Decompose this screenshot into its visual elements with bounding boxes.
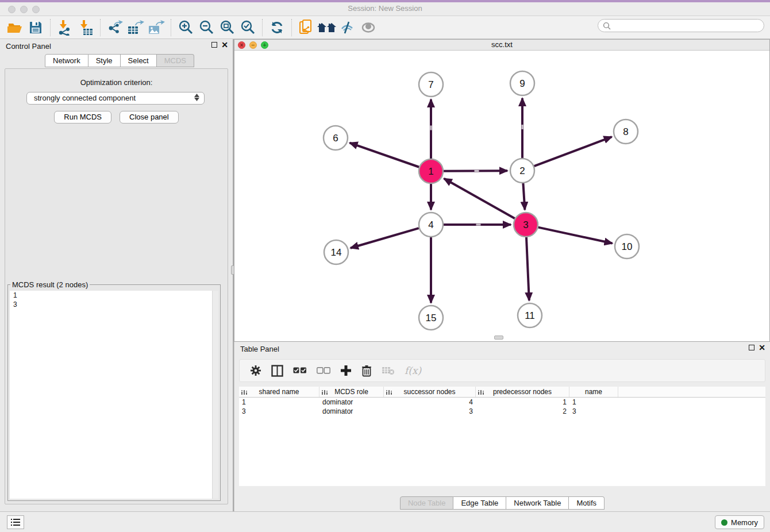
export-image-button[interactable]: [146, 18, 167, 37]
table-cell[interactable]: 3: [569, 407, 618, 416]
graph-edge-2-8[interactable]: [534, 137, 612, 166]
zoom-selected-button[interactable]: [237, 18, 258, 37]
eye-slash-icon: [340, 21, 356, 34]
optimization-criterion-select[interactable]: strongly connected component: [26, 92, 205, 105]
open-session-button[interactable]: [5, 18, 25, 37]
export-network-button[interactable]: [105, 18, 125, 37]
export-table-icon: [127, 20, 144, 36]
result-line: 1: [10, 291, 218, 300]
show-column-button[interactable]: [271, 365, 283, 377]
table-cell[interactable]: 3: [384, 407, 476, 416]
graph-edge-3-11[interactable]: [526, 237, 529, 300]
table-row[interactable]: 1dominator411: [239, 398, 765, 407]
optimization-criterion-value: strongly connected component: [34, 94, 136, 102]
search-input[interactable]: [614, 22, 759, 30]
save-session-button[interactable]: [25, 18, 46, 37]
zoom-in-button[interactable]: [175, 18, 196, 37]
zoom-selected-icon: [240, 20, 256, 36]
unselect-all-columns-button[interactable]: [317, 367, 330, 374]
column-header-mcds-role[interactable]: MCDS role: [319, 387, 384, 397]
table-cell[interactable]: 1: [569, 398, 618, 407]
float-table-panel-icon[interactable]: [749, 345, 754, 350]
refresh-icon: [270, 20, 284, 35]
graph-node-label: 2: [519, 165, 525, 176]
close-table-panel-icon[interactable]: ✕: [759, 345, 765, 350]
tab-mcds[interactable]: MCDS: [157, 54, 194, 67]
table-tabs: Node Table Edge Table Network Table Moti…: [234, 496, 770, 510]
table-cell[interactable]: 1: [239, 398, 319, 407]
graph-node-label: 14: [331, 247, 342, 258]
tab-edge-table[interactable]: Edge Table: [453, 496, 506, 510]
zoom-fit-button[interactable]: [217, 18, 237, 37]
tab-motifs[interactable]: Motifs: [569, 496, 605, 510]
columns-icon: [271, 365, 283, 377]
table-settings-button[interactable]: [250, 365, 261, 376]
graph-edge-4-14[interactable]: [351, 228, 419, 248]
table-cell[interactable]: dominator: [319, 407, 384, 416]
import-table-button[interactable]: [75, 18, 96, 37]
create-column-button[interactable]: [340, 365, 352, 376]
table-row[interactable]: 3dominator323: [239, 407, 765, 416]
tab-network[interactable]: Network: [45, 54, 88, 67]
edge-label-mark: [476, 224, 481, 226]
search-box[interactable]: [598, 19, 764, 32]
gear-icon: [250, 365, 261, 376]
float-panel-icon[interactable]: [211, 42, 217, 48]
network-canvas[interactable]: 1234678910111415: [234, 51, 769, 341]
tab-network-table[interactable]: Network Table: [506, 496, 569, 510]
network-window-titlebar[interactable]: × − + scc.txt: [234, 40, 769, 51]
plus-icon: [340, 365, 352, 376]
zoom-out-button[interactable]: [196, 18, 217, 37]
graph-node-label: 6: [333, 133, 338, 144]
tab-node-table[interactable]: Node Table: [400, 496, 454, 510]
graph-edge-1-6[interactable]: [350, 143, 419, 167]
table-cell[interactable]: 2: [476, 407, 569, 416]
hide-panel-button[interactable]: [337, 18, 358, 37]
edge-label-mark: [522, 125, 523, 129]
graph-node-label: 3: [523, 219, 528, 230]
show-all-networks-button[interactable]: [317, 18, 337, 37]
column-header-name[interactable]: name: [569, 387, 618, 397]
zoom-fit-icon: [219, 20, 235, 36]
delete-column-button[interactable]: [361, 365, 372, 377]
column-header-shared-name[interactable]: shared name: [239, 387, 319, 397]
import-table-icon: [78, 20, 94, 36]
run-mcds-button[interactable]: Run MCDS: [54, 111, 111, 124]
table-cell[interactable]: 1: [476, 398, 569, 407]
import-network-button[interactable]: [55, 18, 75, 37]
memory-button[interactable]: Memory: [715, 515, 764, 529]
column-header-successor-nodes[interactable]: successor nodes: [384, 387, 476, 397]
mcds-result-textarea[interactable]: 1 3: [10, 291, 218, 499]
duplicate-network-button[interactable]: [296, 18, 317, 37]
apply-layout-button[interactable]: [267, 18, 287, 37]
toolbar-separator: [262, 19, 263, 36]
graph-edge-3-10[interactable]: [538, 228, 613, 244]
table-cell[interactable]: 3: [239, 407, 319, 416]
control-panel-title: Control Panel: [6, 42, 51, 51]
tab-select[interactable]: Select: [121, 54, 157, 67]
result-scrollbar-track[interactable]: [212, 291, 218, 499]
column-header-predecessor-nodes[interactable]: predecessor nodes: [476, 387, 569, 397]
list-icon: [11, 518, 20, 526]
window-title: Session: New Session: [0, 4, 770, 13]
zoom-out-icon: [198, 20, 214, 36]
close-panel-button[interactable]: Close panel: [120, 111, 179, 124]
table-cell[interactable]: dominator: [319, 398, 384, 407]
graph-edge-3-1[interactable]: [444, 179, 515, 218]
select-all-columns-button[interactable]: [293, 367, 307, 374]
graph-node-label: 1: [428, 166, 433, 177]
combo-stepper-icon: [194, 94, 199, 101]
export-table-button[interactable]: [125, 18, 146, 37]
function-builder-button-disabled: f(x): [405, 365, 421, 376]
table-panel-title: Table Panel: [240, 345, 279, 353]
export-network-icon: [107, 20, 123, 36]
graph-edge-2-3[interactable]: [523, 183, 525, 210]
tab-style[interactable]: Style: [88, 54, 121, 67]
task-history-button[interactable]: [7, 515, 24, 529]
table-cell[interactable]: 4: [384, 398, 476, 407]
show-panel-button[interactable]: [358, 18, 379, 37]
close-panel-icon[interactable]: ✕: [221, 42, 228, 48]
horizontal-splitter-grip[interactable]: [494, 336, 503, 340]
result-line: 3: [10, 300, 218, 309]
mcds-result-title: MCDS result (2 nodes): [10, 280, 90, 289]
